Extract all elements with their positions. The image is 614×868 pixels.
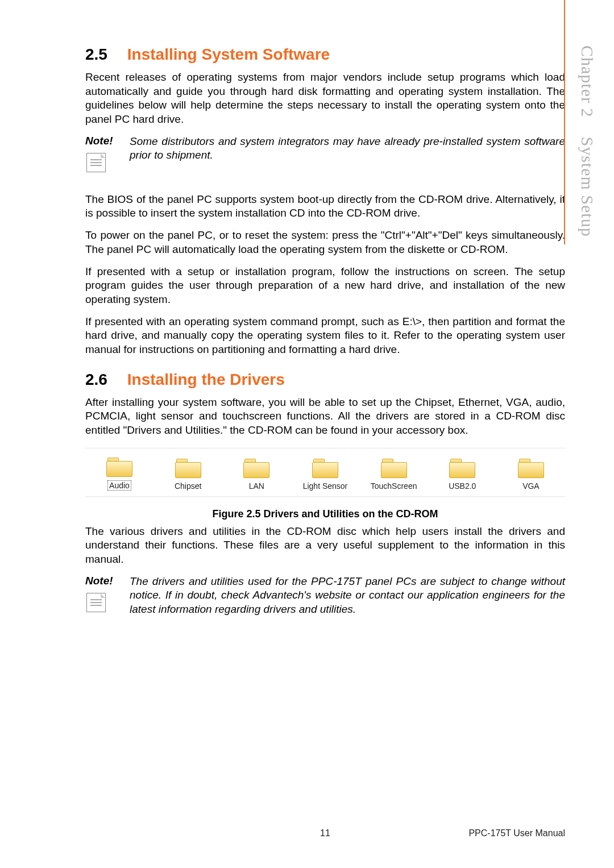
para-2-6-after: The various drivers and utilities in the… [85,525,565,567]
note-text: The drivers and utilities used for the P… [130,575,565,617]
figure-folders: AudioChipsetLANLight SensorTouchScreenUS… [85,448,565,497]
para-2-5-p3: If presented with a setup or installatio… [85,265,565,307]
page: Chapter 2 System Setup 2.5 Installing Sy… [0,0,614,868]
folder-icon [243,459,269,478]
note-block-2: Note! The drivers and utilities used for… [85,575,565,617]
folder-item[interactable]: Light Sensor [299,459,351,491]
folder-label: TouchScreen [371,481,417,491]
spacer [85,180,565,193]
folder-icon [381,459,407,478]
folder-icon [312,459,338,478]
heading-title: Installing System Software [127,45,330,63]
footer: 11 PPC-175T User Manual [85,828,565,838]
folder-label: Chipset [175,481,201,491]
note-label: Note! [85,135,113,147]
para-2-6-intro: After installing your system software, y… [85,396,565,438]
folder-item[interactable]: USB2.0 [436,459,488,491]
folders-row: AudioChipsetLANLight SensorTouchScreenUS… [91,458,559,491]
document-icon [86,153,106,172]
heading-num: 2.5 [85,45,123,64]
folder-label: USB2.0 [449,481,476,491]
folder-icon [106,458,132,477]
side-chapter: Chapter 2 [578,45,597,117]
heading-2-6: 2.6 Installing the Drivers [85,371,565,389]
side-rule [564,0,565,244]
folder-icon [175,459,201,478]
para-2-5-intro: Recent releases of operating systems fro… [85,70,565,127]
doc-title: PPC-175T User Manual [468,828,565,838]
heading-2-5: 2.5 Installing System Software [85,45,565,64]
note-block-1: Note! Some distributors and system integ… [85,135,565,172]
folder-icon [449,459,475,478]
folder-label: Light Sensor [303,481,348,491]
note-left: Note! [85,135,130,172]
figure-caption: Figure 2.5 Drivers and Utilities on the … [85,508,565,520]
folder-item[interactable]: LAN [230,459,283,491]
folder-label: LAN [249,481,264,491]
note-label: Note! [85,575,113,587]
folder-item[interactable]: TouchScreen [368,459,420,491]
para-2-5-p2: To power on the panel PC, or to reset th… [85,229,565,256]
note-left: Note! [85,575,130,612]
folder-item[interactable]: Audio [93,458,146,491]
side-section: System Setup [578,136,597,236]
para-2-5-p1: The BIOS of the panel PC supports system… [85,193,565,221]
page-number: 11 [320,828,330,838]
document-icon [86,593,106,612]
folder-label: VGA [522,481,540,491]
heading-title: Installing the Drivers [127,371,285,388]
note-text: Some distributors and system integrators… [130,135,565,163]
side-chapter-label: Chapter 2 System Setup [578,45,597,237]
folder-icon [518,459,544,478]
folder-item[interactable]: VGA [505,459,557,491]
folder-label: Audio [107,480,131,491]
folder-item[interactable]: Chipset [162,459,214,491]
heading-num: 2.6 [85,371,123,389]
para-2-5-p4: If presented with an operating system co… [85,315,565,357]
